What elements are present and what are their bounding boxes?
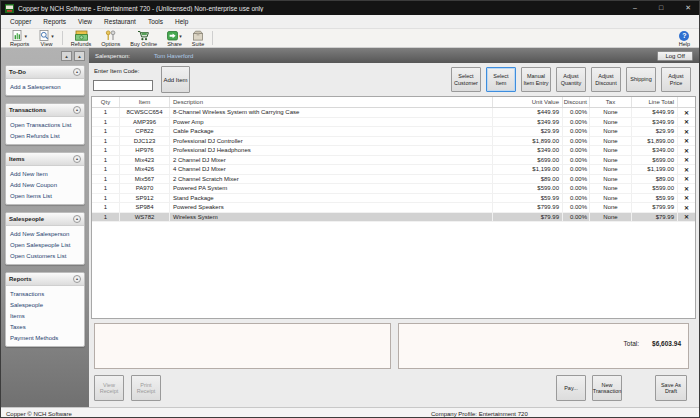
status-company-profile: Company Profile: Entertainment 720 <box>431 411 528 417</box>
cell-qty: 1 <box>92 203 120 212</box>
close-button[interactable]: ✕ <box>685 2 691 14</box>
chevron-up-icon[interactable]: ▴ <box>73 68 81 76</box>
delete-item-icon[interactable]: ✕ <box>678 203 695 212</box>
delete-item-icon[interactable]: ✕ <box>678 184 695 193</box>
menu-item-restaurant[interactable]: Restaurant <box>98 15 142 28</box>
table-row[interactable]: 1DJC123Professional DJ Controller$1,899.… <box>92 137 695 147</box>
toolbar-buyonline-button[interactable]: Buy Online <box>125 29 162 47</box>
delete-item-icon[interactable]: ✕ <box>678 213 695 222</box>
delete-item-icon[interactable]: ✕ <box>678 156 695 165</box>
toolbar-suite-button[interactable]: Suite <box>187 29 210 47</box>
toolbar-refunds-button[interactable]: Refunds <box>66 29 97 47</box>
sidebar-link[interactable]: Add New Salesperson <box>6 228 84 239</box>
column-header[interactable]: Tax <box>590 97 632 107</box>
table-row[interactable]: 1SP912Stand Package$59.990.00%None$59.99… <box>92 194 695 204</box>
action-button[interactable]: Shipping <box>626 67 656 92</box>
sidebar-section-header[interactable]: Transactions▴ <box>6 104 84 117</box>
salesperson-name[interactable]: Tom Haverford <box>154 53 193 59</box>
toolbar-view-button[interactable]: ▾ View <box>34 29 59 47</box>
add-item-button[interactable]: Add Item <box>161 66 190 93</box>
action-button[interactable]: Manual Item Entry <box>521 67 551 92</box>
column-header[interactable]: Qty <box>92 97 120 107</box>
sidebar-link[interactable]: Open Customers List <box>6 250 84 261</box>
menu-item-copper[interactable]: Copper <box>4 15 37 28</box>
totals-panel: Total:$6,603.94 <box>398 323 689 369</box>
chevron-up-icon[interactable]: ▴ <box>73 275 81 283</box>
table-row[interactable]: 1PA970Powered PA System$599.000.00%None$… <box>92 184 695 194</box>
minimize-button[interactable]: – <box>633 2 637 14</box>
cell-tax: None <box>590 127 632 136</box>
sidebar-section-header[interactable]: Reports▴ <box>6 273 84 286</box>
sidebar-link[interactable]: Open Items List <box>6 190 84 201</box>
table-row[interactable]: 1CP822Cable Package$29.990.00%None$29.99… <box>92 127 695 137</box>
sidebar-link[interactable]: Open Refunds List <box>6 130 84 141</box>
menu-item-help[interactable]: Help <box>169 15 194 28</box>
chevron-up-icon[interactable]: ▴ <box>73 106 81 114</box>
menu-item-tools[interactable]: Tools <box>142 15 169 28</box>
menu-item-reports[interactable]: Reports <box>37 15 72 28</box>
cell-tax: None <box>590 213 632 222</box>
table-row[interactable]: 1AMP396Power Amp$349.990.00%None$349.99✕ <box>92 118 695 128</box>
sidebar-link[interactable]: Payment Methods <box>6 332 84 343</box>
title-bar: Copper by NCH Software - Entertainment 7… <box>1 1 699 15</box>
chevron-up-icon[interactable]: ▴ <box>73 215 81 223</box>
sidebar-section-header[interactable]: Items▴ <box>6 153 84 166</box>
delete-item-icon[interactable]: ✕ <box>678 108 695 117</box>
action-button[interactable]: Select Customer <box>451 67 481 92</box>
sidebar-link[interactable]: Transactions <box>6 288 84 299</box>
view-receipt-button[interactable]: View Receipt <box>94 375 124 401</box>
table-row[interactable]: 1Mix4264 Channel DJ Mixer$1,199.000.00%N… <box>92 165 695 175</box>
action-button[interactable]: Adjust Price <box>661 67 691 92</box>
save-as-draft-button[interactable]: Save As Draft <box>655 375 687 401</box>
dropdown-arrow-icon: ▾ <box>24 33 27 39</box>
delete-item-icon[interactable]: ✕ <box>678 194 695 203</box>
action-button[interactable]: Select Item <box>486 67 516 92</box>
delete-item-icon[interactable]: ✕ <box>678 165 695 174</box>
table-row[interactable]: 1Mix4232 Channel DJ Mixer$699.000.00%Non… <box>92 156 695 166</box>
table-row[interactable]: 18CWSCC6548-Channel Wireless System with… <box>92 108 695 118</box>
sidebar-section: Salespeople▴Add New SalespersonOpen Sale… <box>5 212 85 265</box>
column-header[interactable]: Item <box>120 97 170 107</box>
toolbar-share-button[interactable]: ▾ Share <box>162 29 187 47</box>
table-empty-area <box>92 222 695 318</box>
delete-item-icon[interactable]: ✕ <box>678 146 695 155</box>
column-header[interactable]: Unit Value <box>493 97 563 107</box>
delete-item-icon[interactable]: ✕ <box>678 127 695 136</box>
action-button[interactable]: Adjust Quantity <box>556 67 586 92</box>
action-button[interactable]: Adjust Discount <box>591 67 621 92</box>
sidebar-link[interactable]: Open Salespeople List <box>6 239 84 250</box>
print-receipt-button[interactable]: Print Receipt <box>131 375 161 401</box>
cell-qty: 1 <box>92 118 120 127</box>
column-header[interactable]: Description <box>170 97 493 107</box>
sidebar-link[interactable]: Items <box>6 310 84 321</box>
new-transaction-button[interactable]: New Transaction <box>592 375 622 401</box>
pay-button[interactable]: Pay... <box>556 375 586 401</box>
sidebar-section-header[interactable]: Salespeople▴ <box>6 213 84 226</box>
item-code-input[interactable] <box>93 80 153 91</box>
table-row[interactable]: 1SP984Powered Speakers$799.990.00%None$7… <box>92 203 695 213</box>
table-row[interactable]: 1HP976Professional DJ Headphones$349.000… <box>92 146 695 156</box>
toolbar-help-button[interactable]: ? Help <box>674 29 695 47</box>
sidebar-link[interactable]: Add a Salesperson <box>6 81 84 92</box>
panel-scroll-up-button[interactable]: ▴ <box>74 51 85 61</box>
menu-item-view[interactable]: View <box>72 15 98 28</box>
sidebar-link[interactable]: Open Transactions List <box>6 119 84 130</box>
delete-item-icon[interactable]: ✕ <box>678 118 695 127</box>
toolbar-reports-button[interactable]: ▾ Reports <box>5 29 34 47</box>
toolbar-options-button[interactable]: Options <box>96 29 125 47</box>
panel-scroll-up-button[interactable]: ▴ <box>61 51 72 61</box>
sidebar-link[interactable]: Salespeople <box>6 299 84 310</box>
maximize-button[interactable]: □ <box>659 2 663 14</box>
delete-item-icon[interactable]: ✕ <box>678 175 695 184</box>
sidebar-link[interactable]: Add New Coupon <box>6 179 84 190</box>
column-header[interactable]: Line Total <box>632 97 678 107</box>
column-header[interactable]: Discount <box>563 97 590 107</box>
chevron-up-icon[interactable]: ▴ <box>73 155 81 163</box>
sidebar-section-header[interactable]: To-Do▴ <box>6 66 84 79</box>
table-row[interactable]: 1WS782Wireless System$79.990.00%None$79.… <box>92 213 695 223</box>
table-row[interactable]: 1Mix5672 Channel Scratch Mixer$89.000.00… <box>92 175 695 185</box>
sidebar-link[interactable]: Add New Item <box>6 168 84 179</box>
delete-item-icon[interactable]: ✕ <box>678 137 695 146</box>
log-off-button[interactable]: Log Off <box>657 51 693 61</box>
sidebar-link[interactable]: Taxes <box>6 321 84 332</box>
